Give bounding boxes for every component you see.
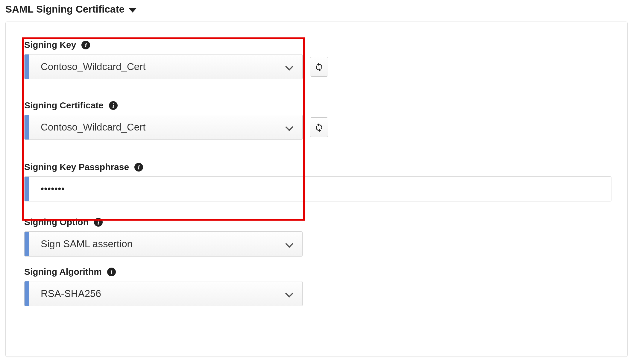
chevron-down-icon	[286, 63, 293, 70]
caret-down-icon	[129, 8, 136, 13]
refresh-icon	[314, 122, 324, 132]
signing-algorithm-label: Signing Algorithm i	[24, 267, 609, 277]
label-text: Signing Key	[24, 40, 76, 50]
signing-key-group: Signing Key i Contoso_Wildcard_Cert	[24, 38, 609, 79]
signing-certificate-label: Signing Certificate i	[24, 100, 609, 110]
label-text: Signing Option	[24, 217, 89, 227]
signing-key-refresh-button[interactable]	[310, 57, 328, 77]
signing-algorithm-group: Signing Algorithm i RSA-SHA256	[24, 267, 609, 306]
signing-key-passphrase-group: Signing Key Passphrase i •••••••	[24, 162, 609, 201]
chevron-down-icon	[286, 124, 293, 131]
saml-signing-certificate-panel: Signing Key i Contoso_Wildcard_Cert Sign…	[5, 22, 628, 357]
select-value: Contoso_Wildcard_Cert	[41, 61, 145, 72]
required-indicator	[25, 54, 29, 79]
section-header-saml-signing-certificate[interactable]: SAML Signing Certificate	[5, 4, 136, 15]
refresh-icon	[314, 62, 324, 72]
required-indicator	[25, 281, 29, 306]
signing-key-select[interactable]: Contoso_Wildcard_Cert	[24, 54, 303, 79]
section-title: SAML Signing Certificate	[5, 4, 125, 15]
chevron-down-icon	[286, 240, 293, 248]
signing-option-label: Signing Option i	[24, 217, 609, 227]
label-text: Signing Key Passphrase	[24, 162, 129, 172]
info-icon[interactable]: i	[81, 41, 90, 49]
info-icon[interactable]: i	[107, 268, 116, 276]
required-indicator	[25, 232, 29, 256]
signing-algorithm-select[interactable]: RSA-SHA256	[24, 281, 303, 306]
masked-value: •••••••	[41, 184, 65, 194]
chevron-down-icon	[286, 290, 293, 297]
select-value: Sign SAML assertion	[41, 238, 133, 250]
select-value: RSA-SHA256	[41, 288, 101, 299]
signing-certificate-refresh-button[interactable]	[310, 117, 328, 137]
signing-key-passphrase-field[interactable]: •••••••	[24, 176, 611, 201]
required-indicator	[25, 177, 29, 201]
info-icon[interactable]: i	[109, 101, 118, 110]
select-value: Contoso_Wildcard_Cert	[41, 122, 145, 133]
signing-key-label: Signing Key i	[24, 40, 609, 50]
required-indicator	[25, 115, 29, 139]
signing-certificate-select[interactable]: Contoso_Wildcard_Cert	[24, 115, 303, 140]
label-text: Signing Algorithm	[24, 267, 102, 277]
signing-option-group: Signing Option i Sign SAML assertion	[24, 217, 609, 257]
info-icon[interactable]: i	[134, 163, 143, 172]
info-icon[interactable]: i	[94, 218, 103, 227]
signing-certificate-group: Signing Certificate i Contoso_Wildcard_C…	[24, 100, 609, 140]
label-text: Signing Certificate	[24, 100, 104, 110]
signing-key-passphrase-label: Signing Key Passphrase i	[24, 162, 609, 172]
signing-option-select[interactable]: Sign SAML assertion	[24, 231, 303, 257]
